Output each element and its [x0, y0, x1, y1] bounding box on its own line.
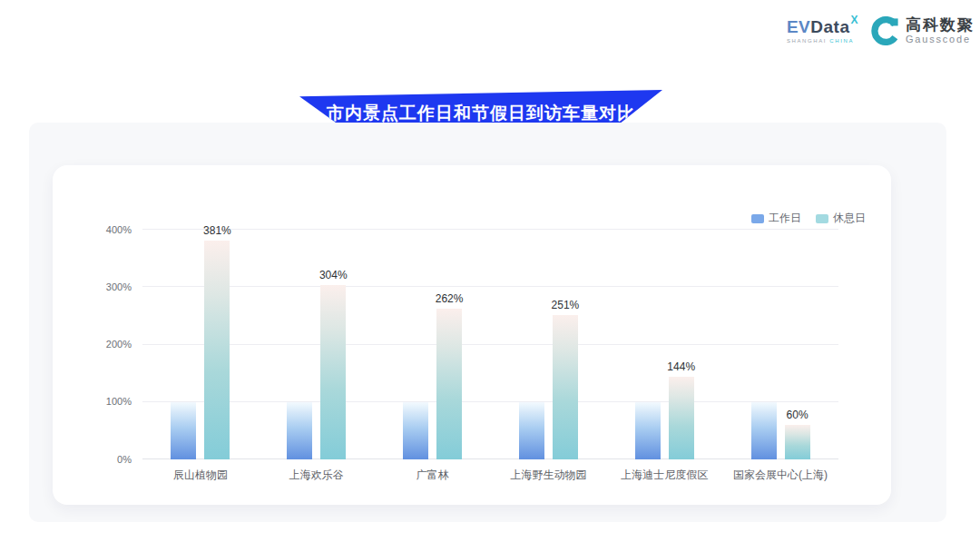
bar-restday[interactable]: 381%: [204, 241, 230, 459]
evdata-subtext: SHANGHAI CHINA: [787, 38, 858, 44]
bar-group: 381%辰山植物园: [171, 230, 230, 459]
legend-label-workday: 工作日: [769, 211, 801, 226]
chart-card: 工作日休息日 0%100%200%300%400%381%辰山植物园304%上海…: [53, 165, 891, 505]
legend-label-restday: 休息日: [833, 211, 866, 226]
bar-restday[interactable]: 262%: [436, 309, 462, 459]
header-logos: EVDataX SHANGHAI CHINA 高科数聚 Gausscode: [787, 16, 975, 45]
gausscode-wordmark: 高科数聚 Gausscode: [906, 17, 975, 45]
bar-restday[interactable]: 60%: [785, 425, 810, 459]
category-label: 国家会展中心(上海): [733, 468, 828, 483]
bar-restday[interactable]: 251%: [553, 315, 578, 459]
bar-group: 144%上海迪士尼度假区: [635, 230, 694, 459]
bar-value-label: 251%: [552, 299, 580, 311]
category-label: 辰山植物园: [173, 468, 228, 483]
category-label: 上海野生动物园: [510, 468, 586, 483]
bar-group: 60%国家会展中心(上海): [751, 230, 810, 459]
y-axis-tick: 200%: [106, 339, 132, 350]
bar-group: 251%上海野生动物园: [519, 230, 578, 459]
legend-item-restday[interactable]: 休息日: [816, 211, 866, 226]
bar-workday[interactable]: [287, 402, 312, 459]
evdata-ev-text: EV: [787, 18, 810, 35]
chart-panel: 工作日休息日 0%100%200%300%400%381%辰山植物园304%上海…: [29, 123, 946, 522]
category-label: 广富林: [416, 468, 449, 483]
category-label: 上海欢乐谷: [289, 468, 344, 483]
evdata-data-text: Data: [810, 18, 849, 35]
bar-chart: 0%100%200%300%400%381%辰山植物园304%上海欢乐谷262%…: [142, 230, 838, 459]
y-axis-tick: 100%: [106, 396, 132, 407]
bar-workday[interactable]: [403, 402, 428, 459]
legend: 工作日休息日: [751, 211, 866, 226]
gausscode-en-text: Gausscode: [906, 34, 975, 44]
gausscode-logo: 高科数聚 Gausscode: [871, 16, 975, 45]
bar-value-label: 304%: [319, 269, 348, 281]
bar-group: 304%上海欢乐谷: [287, 230, 346, 459]
gausscode-icon: [871, 16, 900, 45]
bar-group: 262%广富林: [403, 230, 462, 459]
bar-groups: 381%辰山植物园304%上海欢乐谷262%广富林251%上海野生动物园144%…: [142, 230, 838, 459]
y-axis-tick: 0%: [117, 454, 132, 465]
bar-value-label: 60%: [787, 409, 808, 421]
category-label: 上海迪士尼度假区: [621, 468, 708, 483]
bar-value-label: 381%: [203, 224, 231, 237]
bar-workday[interactable]: [635, 402, 661, 459]
bar-workday[interactable]: [519, 402, 544, 459]
evdata-subtext-right: CHINA: [829, 38, 854, 44]
evdata-x-mark: X: [850, 15, 858, 25]
bar-workday[interactable]: [751, 402, 777, 459]
gausscode-cn-text: 高科数聚: [906, 17, 975, 34]
evdata-logo: EVDataX SHANGHAI CHINA: [787, 18, 858, 44]
y-axis-tick: 400%: [106, 224, 132, 235]
legend-swatch-restday: [816, 214, 828, 223]
bar-restday[interactable]: 304%: [320, 285, 346, 459]
legend-item-workday[interactable]: 工作日: [751, 211, 801, 226]
bar-value-label: 262%: [436, 292, 464, 305]
legend-swatch-workday: [751, 214, 764, 223]
bar-value-label: 144%: [667, 360, 695, 373]
y-axis-tick: 300%: [106, 281, 132, 292]
evdata-wordmark: EVDataX: [787, 18, 858, 35]
bar-workday[interactable]: [171, 402, 196, 459]
evdata-subtext-left: SHANGHAI: [787, 38, 827, 44]
bar-restday[interactable]: 144%: [669, 377, 694, 459]
